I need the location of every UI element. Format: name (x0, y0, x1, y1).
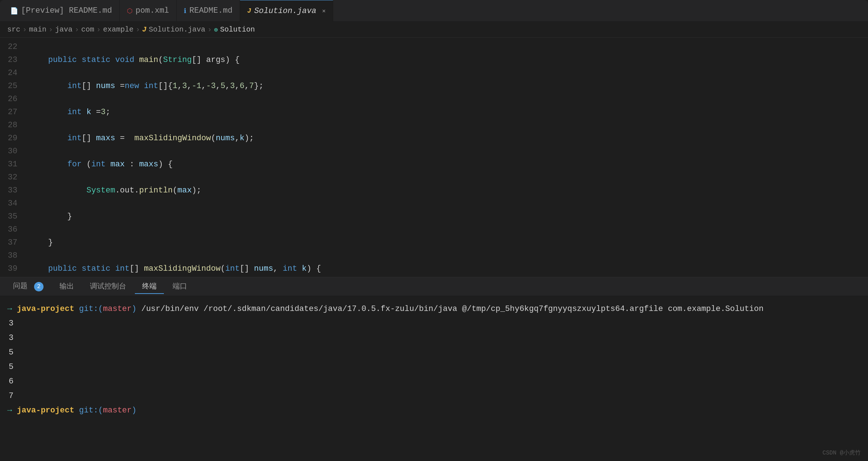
terminal-output-5: 5 (7, 345, 861, 360)
panel-problems-label: 问题 (13, 282, 28, 290)
line-num-25: 25 (0, 80, 17, 93)
panel-tab-terminal[interactable]: 终端 (135, 279, 164, 294)
breadcrumb-java[interactable]: java (55, 25, 73, 34)
line-num-30: 30 (0, 145, 17, 158)
breadcrumb-sep-6: › (207, 25, 212, 34)
panel-tab-ports[interactable]: 端口 (165, 279, 194, 294)
code-line-25: int[] maxs = maxSlidingWindow(nums,k); (29, 132, 868, 145)
terminal-output-6: 6 (7, 374, 861, 389)
panel-ports-label: 端口 (173, 282, 187, 291)
watermark: CSDN @小虎竹 (822, 449, 861, 457)
code-line-24: int k =3; (29, 106, 868, 119)
line-num-32: 32 (0, 171, 17, 184)
terminal-git-1: git:( (79, 304, 103, 313)
terminal-dir-1: java-project (17, 304, 79, 313)
breadcrumb-sep-2: › (49, 25, 53, 34)
solution-java-icon: J (247, 7, 251, 14)
line-numbers: 22 23 24 25 26 27 28 29 30 31 32 33 34 3… (0, 38, 26, 277)
panel-tab-bar: 问题 2 输出 调试控制台 终端 端口 (0, 277, 868, 296)
breadcrumb-solution-java[interactable]: Solution.java (149, 25, 205, 34)
line-num-26: 26 (0, 93, 17, 106)
terminal-output-5b: 5 (7, 360, 861, 374)
line-num-33: 33 (0, 184, 17, 197)
panel-debug-label: 调试控制台 (90, 282, 126, 291)
line-num-23: 23 (0, 54, 17, 67)
terminal-content[interactable]: → java-project git:(master) /usr/bin/env… (0, 296, 868, 424)
tab-solution-java[interactable]: J Solution.java ✕ (240, 0, 333, 22)
breadcrumb-example[interactable]: example (103, 25, 133, 34)
code-line-27: System.out.println(max); (29, 184, 868, 197)
terminal-line-2: → java-project git:(master) (7, 403, 861, 418)
code-line-23: int[] nums =new int[]{1,3,-1,-3,5,3,6,7}… (29, 80, 868, 93)
code-line-26: for (int max : maxs) { (29, 158, 868, 171)
terminal-cmd-1: /usr/bin/env /root/.sdkman/candidates/ja… (141, 304, 764, 313)
tab-preview-readme-label: [Preview] README.md (21, 6, 112, 15)
tab-readme-md-label: README.md (189, 6, 232, 15)
terminal-branch-2: master (103, 406, 132, 415)
line-num-22: 22 (0, 41, 17, 54)
tab-preview-readme[interactable]: 📄 [Preview] README.md (3, 0, 120, 22)
line-num-34: 34 (0, 197, 17, 210)
line-num-27: 27 (0, 106, 17, 119)
pom-xml-icon: ⬡ (127, 7, 133, 15)
line-num-28: 28 (0, 119, 17, 132)
code-line-28: } (29, 210, 868, 223)
panel-tab-problems[interactable]: 问题 2 (6, 279, 51, 294)
line-num-24: 24 (0, 67, 17, 80)
line-num-35: 35 (0, 210, 17, 223)
breadcrumb-sep-1: › (22, 25, 27, 34)
line-num-37: 37 (0, 236, 17, 249)
terminal-git-2: git:( (79, 406, 103, 415)
terminal-dir-2: java-project (17, 406, 79, 415)
bottom-panel: 问题 2 输出 调试控制台 终端 端口 → java-project git:(… (0, 277, 868, 461)
panel-output-label: 输出 (59, 282, 74, 291)
problems-badge: 2 (34, 282, 44, 291)
line-num-39: 39 (0, 262, 17, 275)
line-num-38: 38 (0, 249, 17, 262)
breadcrumb-com[interactable]: com (81, 25, 94, 34)
tab-pom-xml[interactable]: ⬡ pom.xml (120, 0, 177, 22)
terminal-line-1: → java-project git:(master) /usr/bin/env… (7, 302, 861, 316)
line-num-36: 36 (0, 223, 17, 236)
close-icon[interactable]: ✕ (322, 7, 326, 14)
breadcrumb-class-icon: ⊕ (214, 26, 218, 34)
terminal-output-3: 3 (7, 316, 861, 331)
panel-tab-debug[interactable]: 调试控制台 (83, 279, 133, 294)
terminal-arrow-1: → (7, 304, 17, 313)
code-line-29: } (29, 236, 868, 249)
tab-pom-xml-label: pom.xml (136, 6, 169, 15)
editor-area: 22 23 24 25 26 27 28 29 30 31 32 33 34 3… (0, 38, 868, 277)
breadcrumb-src[interactable]: src (7, 25, 20, 34)
readme-md-icon: ℹ (184, 7, 186, 15)
breadcrumb-sep-5: › (136, 25, 140, 34)
panel-terminal-label: 终端 (142, 282, 157, 291)
code-line-30: public static int[] maxSlidingWindow(int… (29, 262, 868, 275)
terminal-output-7: 7 (7, 389, 861, 403)
breadcrumb-sep-3: › (75, 25, 79, 34)
tab-bar: 📄 [Preview] README.md ⬡ pom.xml ℹ README… (0, 0, 868, 22)
line-num-31: 31 (0, 158, 17, 171)
code-line-22: public static void main(String[] args) { (29, 54, 868, 67)
panel-tab-output[interactable]: 输出 (52, 279, 81, 294)
tab-readme-md[interactable]: ℹ README.md (177, 0, 240, 22)
breadcrumb-j-icon: J (142, 25, 146, 34)
breadcrumb-sep-4: › (96, 25, 101, 34)
terminal-git-close-2: ) (132, 406, 136, 415)
code-editor[interactable]: public static void main(String[] args) {… (26, 38, 868, 277)
terminal-arrow-2: → (7, 406, 17, 415)
terminal-output-3b: 3 (7, 331, 861, 345)
terminal-git-close-1: ) (132, 304, 136, 313)
tab-solution-java-label: Solution.java (254, 7, 317, 16)
line-num-29: 29 (0, 132, 17, 145)
preview-readme-icon: 📄 (10, 7, 18, 15)
terminal-branch-1: master (103, 304, 132, 313)
breadcrumb-main[interactable]: main (29, 25, 46, 34)
line-num-40: 40 (0, 275, 17, 277)
breadcrumb: src › main › java › com › example › J So… (0, 22, 868, 38)
breadcrumb-solution-class[interactable]: Solution (220, 25, 255, 34)
